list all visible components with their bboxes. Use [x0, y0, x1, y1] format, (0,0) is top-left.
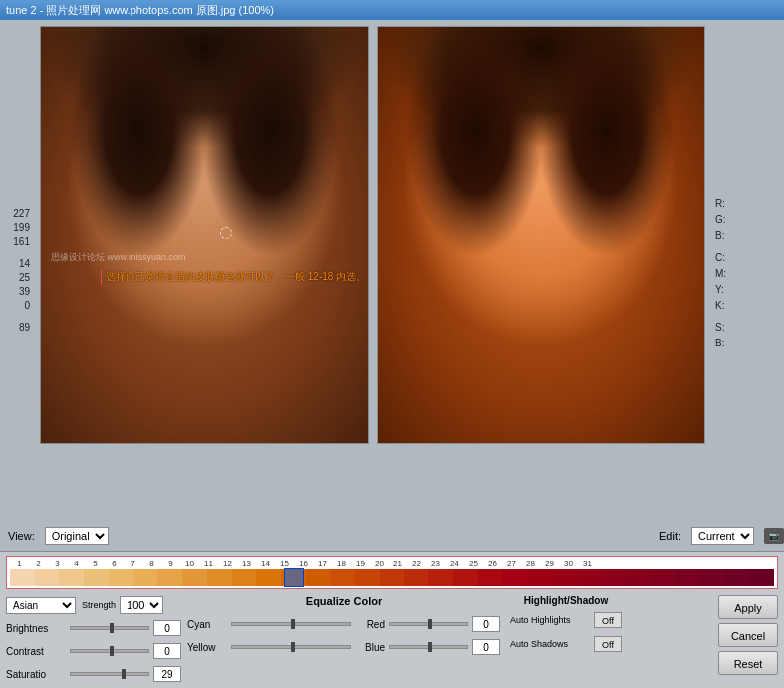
- cyan-slider[interactable]: [231, 622, 351, 626]
- blue-slider[interactable]: [389, 645, 468, 649]
- strength-select[interactable]: 100%: [120, 596, 163, 614]
- skin-swatch-7[interactable]: [157, 569, 182, 586]
- before-image-content: 思缘设计论坛 www.missyuan.com 选择自己觉得合适的皮肤颜色就可以…: [41, 27, 368, 443]
- camera-icon[interactable]: 📷: [764, 528, 784, 544]
- apply-button[interactable]: Apply: [718, 595, 778, 619]
- contrast-slider[interactable]: [70, 649, 149, 653]
- skin-swatch-2[interactable]: [35, 569, 60, 586]
- equalize-title: Equalize Color: [187, 595, 500, 607]
- y-label2: Y:: [715, 283, 737, 297]
- skin-swatch-11[interactable]: [256, 569, 281, 586]
- yellow-slider[interactable]: [231, 645, 351, 649]
- red-label: Red: [355, 619, 385, 630]
- cursor-crosshair: [220, 227, 232, 239]
- saturation-slider[interactable]: [70, 672, 149, 676]
- skin-strip-container[interactable]: 1234567891011121314151617181920212223242…: [6, 556, 778, 589]
- edit-label: Edit:: [659, 530, 681, 542]
- view-select[interactable]: Original: [45, 527, 109, 545]
- skin-swatch-13[interactable]: [306, 569, 331, 586]
- watermark-text: 思缘设计论坛 www.missyuan.com: [51, 251, 186, 264]
- skin-swatch-22[interactable]: [527, 569, 552, 586]
- blue-label: Blue: [355, 642, 385, 653]
- yellow-label: Yellow: [187, 642, 227, 653]
- reset-button[interactable]: Reset: [718, 651, 778, 675]
- edit-select[interactable]: Current: [691, 527, 754, 545]
- c-label: C:: [715, 251, 737, 265]
- k-value: 0: [8, 299, 30, 313]
- image-panels: 227 199 161 14 25 39 0 89 思缘设计论坛 www.mis…: [0, 20, 784, 527]
- before-image: 思缘设计论坛 www.missyuan.com 选择自己觉得合适的皮肤颜色就可以…: [40, 26, 369, 444]
- view-label: View:: [8, 530, 35, 542]
- selected-skin-indicator: [284, 568, 304, 587]
- saturation-value[interactable]: 29: [153, 666, 181, 682]
- skin-swatch-10[interactable]: [232, 569, 257, 586]
- skin-swatch-31[interactable]: [749, 569, 774, 586]
- auto-highlights-toggle[interactable]: Off: [594, 612, 622, 628]
- left-controls: Asian Strength 100% Brightnes 0 Contrast: [6, 595, 181, 684]
- skin-swatch-23[interactable]: [552, 569, 577, 586]
- title-bar: tune 2 - 照片处理网 www.photops.com 原图.jpg (1…: [0, 0, 784, 20]
- skin-swatch-30[interactable]: [724, 569, 749, 586]
- bottom-panel: 1234567891011121314151617181920212223242…: [0, 551, 784, 688]
- after-image-content: [378, 27, 704, 443]
- skin-swatch-4[interactable]: [84, 569, 109, 586]
- auto-shadows-label: Auto Shadows: [510, 639, 590, 649]
- skin-swatch-14[interactable]: [331, 569, 356, 586]
- skin-swatch-16[interactable]: [380, 569, 404, 586]
- b2-label: B:: [715, 337, 737, 350]
- action-buttons: Apply Cancel Reset: [718, 595, 778, 675]
- brightness-value[interactable]: 0: [153, 620, 181, 636]
- saturation-label: Saturatio: [6, 669, 66, 680]
- brightness-slider[interactable]: [70, 626, 149, 630]
- after-image: [377, 26, 705, 444]
- preset-select[interactable]: Asian: [6, 597, 76, 614]
- skin-swatch-21[interactable]: [503, 569, 528, 586]
- skin-swatch-9[interactable]: [207, 569, 232, 586]
- skin-swatch-19[interactable]: [453, 569, 478, 586]
- skin-swatch-20[interactable]: [478, 569, 503, 586]
- contrast-value[interactable]: 0: [153, 643, 181, 659]
- overlay-text: 选择自己觉得合适的皮肤颜色就可以了，一般 12-18 内选。: [101, 270, 366, 284]
- skin-swatch-18[interactable]: [428, 569, 453, 586]
- highlight-shadow-section: Highlight/Shadow Auto Highlights Off Aut…: [510, 595, 622, 654]
- blue-value[interactable]: 0: [472, 639, 500, 655]
- auto-shadows-toggle[interactable]: Off: [594, 636, 622, 652]
- auto-highlights-label: Auto Highlights: [510, 615, 590, 625]
- red-slider[interactable]: [389, 622, 468, 626]
- skin-swatch-27[interactable]: [651, 569, 675, 586]
- cancel-button[interactable]: Cancel: [718, 623, 778, 647]
- g-value: 199: [8, 221, 30, 235]
- b-value: 161: [8, 235, 30, 249]
- r-label: R:: [715, 197, 737, 211]
- contrast-label: Contrast: [6, 646, 66, 657]
- skin-strip-numbers: 1234567891011121314151617181920212223242…: [10, 559, 774, 568]
- skin-strip[interactable]: [10, 569, 774, 586]
- hs-title: Highlight/Shadow: [510, 595, 622, 606]
- skin-swatch-29[interactable]: [700, 569, 725, 586]
- m-label: M:: [715, 267, 737, 281]
- g-label: G:: [715, 213, 737, 227]
- s-label: S:: [715, 321, 737, 335]
- brightness-label: Brightnes: [6, 623, 66, 634]
- skin-swatch-24[interactable]: [577, 569, 602, 586]
- skin-swatch-8[interactable]: [182, 569, 207, 586]
- main-container: 227 199 161 14 25 39 0 89 思缘设计论坛 www.mis…: [0, 20, 784, 688]
- r-value: 227: [8, 207, 30, 221]
- extra-value: 89: [8, 321, 30, 335]
- skin-swatch-6[interactable]: [133, 569, 158, 586]
- skin-swatch-3[interactable]: [59, 569, 84, 586]
- red-value[interactable]: 0: [472, 616, 500, 632]
- skin-swatch-28[interactable]: [675, 569, 700, 586]
- c-value: 14: [8, 257, 30, 271]
- skin-swatch-1[interactable]: [10, 569, 35, 586]
- skin-swatch-25[interactable]: [602, 569, 627, 586]
- title-text: tune 2 - 照片处理网 www.photops.com 原图.jpg (1…: [6, 3, 274, 18]
- controls-row: Asian Strength 100% Brightnes 0 Contrast: [6, 595, 778, 684]
- view-edit-row: View: Original Edit: Current 📷: [0, 527, 784, 545]
- skin-swatch-17[interactable]: [404, 569, 429, 586]
- skin-swatch-26[interactable]: [626, 569, 651, 586]
- color-values-left: 227 199 161 14 25 39 0 89: [6, 26, 32, 523]
- m-value: 25: [8, 271, 30, 285]
- skin-swatch-5[interactable]: [109, 569, 133, 586]
- skin-swatch-15[interactable]: [355, 569, 380, 586]
